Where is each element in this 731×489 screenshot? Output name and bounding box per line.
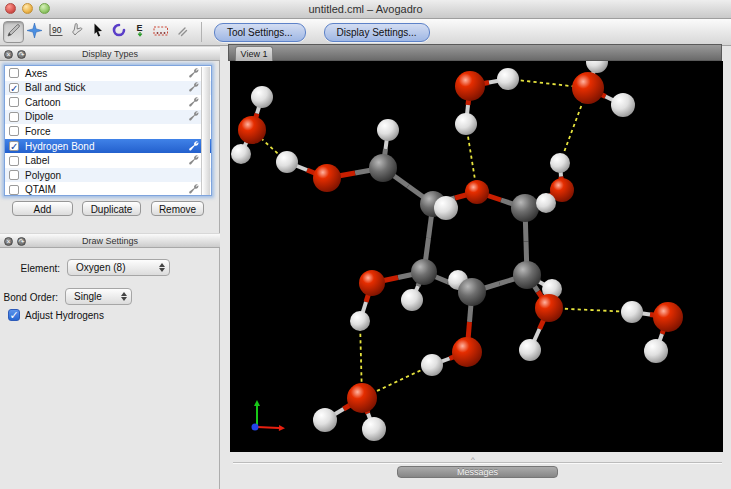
display-type-row-cartoon[interactable]: Cartoon — [5, 95, 211, 110]
display-type-row-ball-and-stick[interactable]: ✓Ball and Stick — [5, 81, 211, 96]
spiral-icon — [112, 23, 126, 41]
toolbar: 90E Tool Settings... Display Settings... — [0, 19, 731, 46]
display-type-label: Label — [25, 155, 188, 166]
draw-tool[interactable] — [3, 21, 24, 43]
wrench-icon[interactable] — [188, 81, 200, 94]
toolbar-separator — [201, 22, 202, 42]
detach-icon[interactable]: ↷ — [17, 50, 26, 59]
add-button[interactable]: Add — [12, 201, 73, 216]
display-type-row-polygon[interactable]: Polygon — [5, 168, 211, 183]
display-type-row-dipole[interactable]: Dipole — [5, 110, 211, 125]
draw-settings-header: × ↷ Draw Settings — [0, 233, 220, 248]
diagonal-lines-icon — [176, 23, 188, 41]
messages-button[interactable]: Messages — [397, 466, 558, 478]
display-type-label: Hydrogen Bond — [25, 141, 188, 152]
element-dropdown[interactable]: Oxygen (8) — [67, 259, 170, 276]
svg-text:E: E — [136, 23, 142, 33]
fragment-tool[interactable] — [171, 21, 192, 43]
tool-settings-button[interactable]: Tool Settings... — [214, 23, 306, 42]
detach-icon[interactable]: ↷ — [17, 237, 26, 246]
resize-caret-icon: ^ — [471, 455, 475, 464]
display-type-checkbox[interactable] — [9, 112, 19, 122]
display-type-row-force[interactable]: Force — [5, 124, 211, 139]
hand-icon — [70, 23, 84, 41]
element-label: Element: — [0, 263, 60, 274]
align-tool[interactable] — [150, 21, 171, 43]
auto-optimize-tool[interactable]: E — [129, 21, 150, 43]
display-type-label: QTAIM — [25, 184, 188, 195]
display-type-checkbox[interactable] — [9, 156, 19, 166]
toolbar-tools: 90E — [3, 21, 192, 43]
cursor-arrow-icon — [92, 23, 104, 41]
display-type-checkbox[interactable]: ✓ — [9, 83, 19, 93]
close-icon[interactable]: × — [4, 50, 13, 59]
display-type-row-label[interactable]: Label — [5, 153, 211, 168]
remove-button[interactable]: Remove — [151, 201, 204, 216]
bond-order-label: Bond Order: — [0, 292, 58, 303]
bond-order-value: Single — [74, 289, 102, 304]
display-type-label: Force — [25, 126, 188, 137]
display-settings-button[interactable]: Display Settings... — [324, 23, 430, 42]
display-types-list[interactable]: Axes✓Ball and StickCartoonDipoleForce✓Hy… — [4, 65, 212, 196]
gl-viewport[interactable] — [230, 61, 723, 452]
measure-tool[interactable]: 90 — [45, 21, 66, 43]
display-type-row-axes[interactable]: Axes — [5, 66, 211, 81]
draw-settings-title: Draw Settings — [0, 234, 220, 248]
display-types-header: × ↷ Display Types — [0, 46, 220, 61]
close-icon[interactable]: × — [4, 237, 13, 246]
display-type-checkbox[interactable] — [9, 68, 19, 78]
wrench-icon[interactable] — [188, 96, 200, 109]
dashed-box-icon — [153, 23, 169, 41]
display-type-label: Cartoon — [25, 97, 188, 108]
avogadro-window: untitled.cml – Avogadro 90E Tool Setting… — [0, 0, 731, 489]
duplicate-button[interactable]: Duplicate — [82, 201, 141, 216]
display-type-row-qtaim[interactable]: QTAIM — [5, 182, 211, 196]
adjust-hydrogens-checkbox[interactable]: ✓ — [8, 309, 20, 321]
optimize-e-icon: E — [134, 23, 146, 42]
svg-text:90: 90 — [52, 25, 62, 35]
auto-rotate-tool[interactable] — [108, 21, 129, 43]
display-types-rows: Axes✓Ball and StickCartoonDipoleForce✓Hy… — [5, 66, 211, 196]
display-type-row-hydrogen-bond[interactable]: ✓Hydrogen Bond — [5, 139, 211, 154]
display-type-checkbox[interactable]: ✓ — [9, 141, 19, 151]
angle-90-icon: 90 — [48, 23, 64, 41]
display-type-label: Axes — [25, 68, 188, 79]
tab-view-1[interactable]: View 1 — [235, 46, 273, 61]
adjust-hydrogens-label: Adjust Hydrogens — [25, 310, 104, 321]
wrench-icon[interactable] — [188, 154, 200, 167]
list-scrollbar[interactable] — [201, 67, 210, 196]
wrench-icon[interactable] — [188, 183, 200, 196]
title-bar: untitled.cml – Avogadro — [0, 0, 731, 19]
display-type-checkbox[interactable] — [9, 97, 19, 107]
display-type-checkbox[interactable] — [9, 170, 19, 180]
display-type-checkbox[interactable] — [9, 185, 19, 195]
window-title: untitled.cml – Avogadro — [0, 0, 731, 19]
display-type-label: Ball and Stick — [25, 82, 188, 93]
stepper-arrows-icon — [118, 290, 129, 303]
selection-tool[interactable] — [87, 21, 108, 43]
molecule-svg[interactable] — [230, 61, 723, 452]
wrench-icon[interactable] — [188, 67, 200, 80]
display-type-label: Polygon — [25, 170, 188, 181]
element-value: Oxygen (8) — [76, 260, 125, 275]
star-icon — [27, 23, 42, 42]
left-panel: × ↷ Display Types Axes✓Ball and StickCar… — [0, 46, 220, 489]
wrench-icon[interactable] — [188, 140, 200, 153]
messages-divider — [233, 462, 722, 464]
display-type-checkbox[interactable] — [9, 126, 19, 136]
display-type-label: Dipole — [25, 111, 188, 122]
navigate-tool[interactable] — [24, 21, 45, 43]
view-tab-bar: View 1 — [228, 44, 722, 61]
wrench-icon[interactable] — [188, 110, 200, 123]
manipulate-tool[interactable] — [66, 21, 87, 43]
pencil-icon — [6, 23, 21, 42]
stepper-arrows-icon — [156, 261, 167, 274]
display-types-title: Display Types — [0, 47, 220, 61]
bond-order-dropdown[interactable]: Single — [65, 288, 132, 305]
